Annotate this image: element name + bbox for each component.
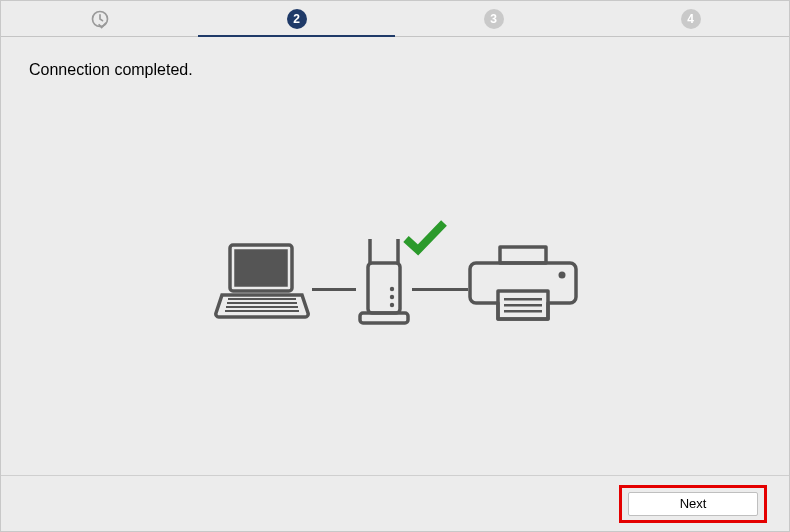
svg-point-12	[390, 295, 394, 299]
svg-rect-10	[360, 313, 408, 323]
svg-point-16	[559, 272, 566, 279]
svg-point-13	[390, 303, 394, 307]
svg-rect-2	[236, 251, 286, 285]
checkmark-icon	[402, 217, 448, 257]
history-check-icon	[90, 9, 110, 29]
svg-point-11	[390, 287, 394, 291]
step-1	[1, 1, 198, 36]
printer-icon	[468, 243, 578, 329]
step-4: 4	[592, 1, 789, 36]
connector-line	[412, 288, 468, 291]
next-button-highlight: Next	[619, 485, 767, 523]
svg-rect-18	[504, 304, 542, 307]
connection-diagram	[212, 237, 578, 329]
svg-rect-3	[228, 298, 296, 300]
svg-rect-9	[368, 263, 400, 313]
installer-window: 2 3 4 Connection completed.	[0, 0, 790, 532]
step-3: 3	[395, 1, 592, 36]
step-circle-pending: 3	[484, 9, 504, 29]
status-text: Connection completed.	[29, 61, 761, 79]
step-circle-active: 2	[287, 9, 307, 29]
wizard-body: Connection completed.	[1, 37, 789, 475]
next-button[interactable]: Next	[628, 492, 758, 516]
svg-rect-6	[225, 310, 299, 312]
svg-rect-5	[226, 306, 298, 308]
svg-rect-19	[504, 310, 542, 313]
step-circle-pending: 4	[681, 9, 701, 29]
connector-line	[312, 288, 356, 291]
step-2: 2	[198, 1, 395, 36]
wizard-footer: Next	[1, 475, 789, 531]
svg-rect-17	[504, 298, 542, 301]
svg-rect-14	[500, 247, 546, 263]
laptop-icon	[212, 239, 312, 329]
svg-rect-4	[227, 302, 297, 304]
wizard-stepper: 2 3 4	[1, 1, 789, 37]
